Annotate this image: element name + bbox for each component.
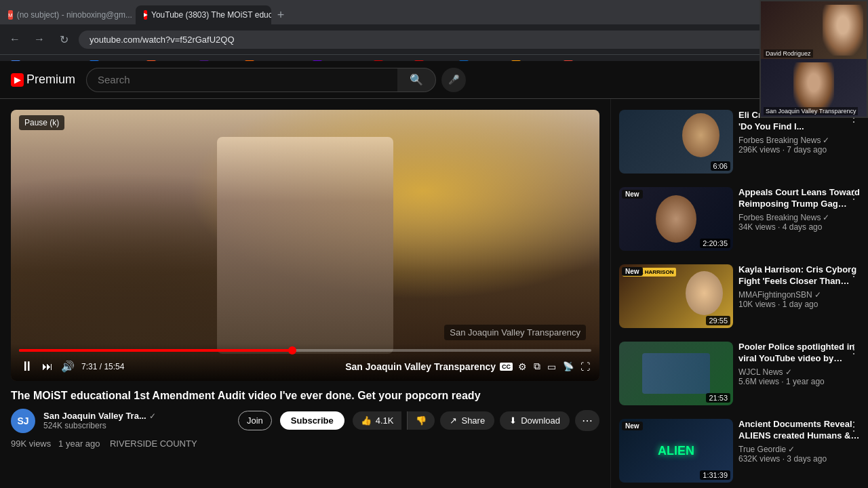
new-tab-button[interactable]: + [271,5,290,24]
sidebar-video-info: Ancient Documents Reveal ALIENS created … [738,419,860,483]
video-player[interactable]: Pause (k) San Joaquin Valley Transparenc… [11,110,599,381]
tab-youtube[interactable]: ▶ YouTube (3803) The MOiST educa... ✕ [136,5,271,24]
sidebar-channel-name: MMAFightingonSBN ✓ [738,290,860,300]
sidebar-item-2: 2:20:35 New Appeals Court Leans Toward R… [616,184,863,253]
dislike-icon: 👎 [416,415,427,426]
youtube-logo[interactable]: ▶ Premium [11,73,75,87]
sidebar-video-info: Appeals Court Leans Toward Reimposing Tr… [738,187,860,251]
view-info: 99K views 1 year ago RIVERSIDE COUNTY [11,439,599,449]
share-icon: ↗ [450,415,457,426]
more-options-button[interactable]: ⋯ [575,410,599,431]
search-container: 🔍 🎤 [86,68,466,92]
sidebar-more-button[interactable]: ⋮ [845,339,863,359]
video-title-section: The MOiST educational 1st Amendment Audi… [11,389,599,403]
sidebar-item-3: KAYLA HARRISON 29:55 New Kayla Harrison:… [616,262,863,331]
sidebar-thumb: 21:53 [619,342,733,405]
sidebar-channel-name: True Geordie ✓ [738,445,860,454]
alien-text: ALIEN [658,444,694,458]
sidebar-video-title: Ancient Documents Reveal ALIENS created … [738,419,860,442]
thumb-duration: 2:20:35 [700,239,730,248]
webcam-label-top: David Rodriguez [764,49,813,58]
time-display: 7:31 / 15:54 [81,362,124,371]
miniplayer-button[interactable]: ⧉ [532,359,542,373]
youtube-app: ▶ Premium 🔍 🎤 Pause (k) San [0,61,868,488]
verified-check: ✓ [823,136,829,145]
video-controls: ⏸ ⏭ 🔊 7:31 / 15:54 San Joaquin Valley Tr… [11,344,599,381]
search-button[interactable]: 🔍 [397,68,436,92]
sidebar-thumb: ALIEN 1:31:39 New [619,419,733,483]
dislike-button[interactable]: 👎 [407,411,435,430]
progress-dot [288,346,296,354]
video-section: Pause (k) San Joaquin Valley Transparenc… [0,99,610,488]
pause-button[interactable]: ⏸ [19,357,35,375]
progress-bar[interactable] [19,349,591,352]
video-title: The MOiST educational 1st Amendment Audi… [11,389,599,403]
webcam-top: David Rodriguez [761,1,867,59]
tab-gmail[interactable]: M (no subject) - ninoboxing@gm... ✕ [0,5,136,24]
like-icon: 👍 [361,415,372,426]
youtube-header: ▶ Premium 🔍 🎤 [0,61,868,99]
sidebar: 6:06 Eli Crane Asks FBI H Blank: 'Do You… [610,99,868,488]
channel-name-row: San Joaquin Valley Tra... ✓ [43,411,230,421]
reload-button[interactable]: ↻ [54,30,73,49]
mic-button[interactable]: 🎤 [441,68,466,92]
thumb-duration: 6:06 [711,161,730,171]
thumb-duration: 21:53 [706,393,730,403]
sidebar-more-button[interactable]: ⋮ [845,416,863,436]
sidebar-video-info: Kayla Harrison: Cris Cyborg Fight 'Feels… [738,264,860,328]
sidebar-video-item[interactable]: 2:20:35 New Appeals Court Leans Toward R… [616,184,863,253]
thumb-figure [686,271,723,315]
share-button[interactable]: ↗ Share [440,411,494,430]
like-button[interactable]: 👍 4.1K [353,411,402,430]
youtube-main: Pause (k) San Joaquin Valley Transparenc… [0,99,868,488]
sidebar-video-item[interactable]: ALIEN 1:31:39 New Ancient Documents Reve… [616,416,863,485]
video-scene [11,110,599,381]
channel-avatar[interactable]: SJ [11,409,35,433]
volume-button[interactable]: 🔊 [60,359,76,374]
progress-filled [19,349,292,352]
channel-watermark: San Joaquin Valley Transparency [444,325,586,340]
join-button[interactable]: Join [238,411,272,430]
sidebar-video-item[interactable]: KAYLA HARRISON 29:55 New Kayla Harrison:… [616,262,863,331]
sidebar-more-button[interactable]: ⋮ [845,262,863,282]
thumb-figure [656,195,696,243]
browser-chrome: M (no subject) - ninoboxing@gm... ✕ ▶ Yo… [0,0,868,61]
sidebar-video-title: Pooler Police spotlighted in viral YouTu… [738,342,860,365]
subscribe-button[interactable]: Subscribe [280,411,344,430]
channel-name[interactable]: San Joaquin Valley Tra... [43,411,146,421]
new-badge: New [622,190,643,199]
new-badge: New [622,422,643,430]
channel-info: San Joaquin Valley Tra... ✓ 524K subscri… [43,411,230,430]
sidebar-channel-name: Forbes Breaking News ✓ [738,136,860,145]
theater-button[interactable]: ▭ [546,360,557,373]
address-input[interactable] [79,30,838,49]
sidebar-video-info: Eli Crane Asks FBI H Blank: 'Do You Find… [738,110,860,174]
verified-check: ✓ [785,367,792,377]
fullscreen-button[interactable]: ⛶ [579,360,591,373]
settings-button[interactable]: ⚙ [517,360,528,373]
sidebar-video-item[interactable]: 21:53 Pooler Police spotlighted in viral… [616,339,863,408]
back-button[interactable]: ← [5,30,24,49]
thumb-duration: 1:31:39 [700,470,730,480]
verified-check: ✓ [814,290,821,300]
webcam-overlay: David Rodriguez San Joaquin Valley Trans… [760,0,868,118]
video-frame: Pause (k) San Joaquin Valley Transparenc… [11,110,599,381]
cast-button[interactable]: 📡 [561,360,575,373]
sidebar-thumb: KAYLA HARRISON 29:55 New [619,264,733,328]
forward-button[interactable]: → [30,30,49,49]
sidebar-channel-name: WJCL News ✓ [738,367,860,377]
thumb-duration: 29:55 [706,316,730,325]
verified-check: ✓ [823,213,829,222]
controls-right: San Joaquin Valley Transparency CC ⚙ ⧉ ▭… [345,359,591,373]
sidebar-thumb: 2:20:35 New [619,187,733,251]
search-input[interactable] [86,68,397,92]
sidebar-item-4: 21:53 Pooler Police spotlighted in viral… [616,339,863,408]
download-button[interactable]: ⬇ Download [500,411,570,430]
video-person [217,137,393,354]
gmail-favicon: M [8,10,13,20]
sidebar-more-button[interactable]: ⋮ [845,184,863,205]
tab-label-gmail: (no subject) - ninoboxing@gm... [17,10,132,20]
cc-icon[interactable]: CC [500,363,513,371]
video-meta-row: SJ San Joaquin Valley Tra... ✓ 524K subs… [11,409,599,433]
next-button[interactable]: ⏭ [41,359,54,374]
